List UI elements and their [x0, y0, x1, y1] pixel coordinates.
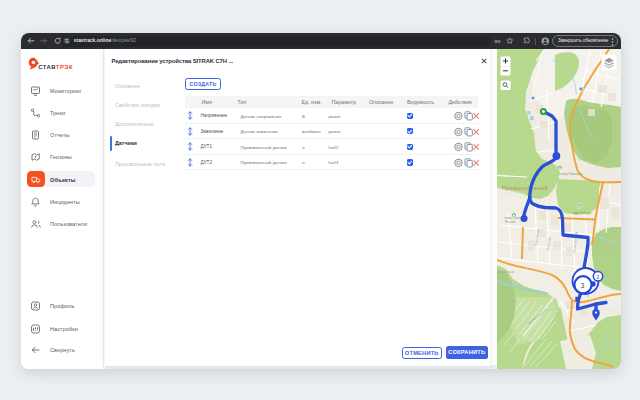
svg-text:3: 3: [581, 282, 585, 289]
svg-text:ественская: ественская: [497, 270, 515, 274]
svg-text:сквер Пионеров: сквер Пионеров: [560, 172, 583, 176]
svg-text:Промышленный: Промышленный: [502, 185, 548, 191]
svg-text:2: 2: [597, 274, 600, 280]
svg-text:России: России: [505, 220, 515, 224]
svg-text:парк Победы: парк Победы: [572, 211, 592, 215]
